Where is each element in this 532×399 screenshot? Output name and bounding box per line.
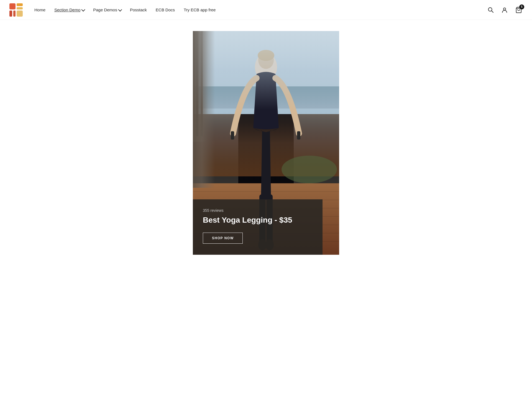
search-button[interactable] — [487, 6, 495, 14]
nav-home[interactable]: Home — [34, 7, 45, 12]
chevron-down-icon — [81, 7, 85, 11]
main-content: 355 reviews Best Yoga Legging - $35 SHOP… — [0, 20, 532, 271]
svg-point-25 — [258, 51, 274, 69]
svg-rect-4 — [13, 11, 16, 17]
svg-point-8 — [503, 8, 506, 10]
nav-try-ecb[interactable]: Try ECB app free — [184, 7, 216, 12]
shop-now-button[interactable]: SHOP NOW — [203, 233, 243, 244]
nav-page-demos[interactable]: Page Demos — [93, 7, 121, 12]
account-button[interactable] — [500, 6, 509, 14]
svg-point-26 — [258, 50, 274, 61]
logo-icon — [9, 3, 23, 17]
nav-actions: 5 — [487, 6, 523, 14]
svg-rect-3 — [9, 11, 12, 17]
nav-posstack[interactable]: Posstack — [130, 7, 147, 12]
structure-decoration — [193, 31, 215, 188]
user-icon — [502, 7, 508, 13]
main-nav: Home Section Demo Page Demos Posstack EC… — [0, 0, 532, 20]
svg-rect-1 — [17, 3, 23, 6]
svg-rect-27 — [231, 131, 234, 140]
svg-rect-0 — [9, 3, 16, 9]
svg-rect-5 — [17, 11, 23, 17]
svg-rect-28 — [297, 131, 300, 140]
search-icon — [488, 7, 494, 13]
hero-overlay-card: 355 reviews Best Yoga Legging - $35 SHOP… — [193, 199, 323, 255]
nav-section-demo[interactable]: Section Demo — [54, 7, 84, 12]
chevron-down-icon — [118, 7, 122, 11]
nav-links: Home Section Demo Page Demos Posstack EC… — [34, 7, 487, 12]
product-title: Best Yoga Legging - $35 — [203, 215, 313, 225]
svg-rect-2 — [17, 7, 23, 9]
cart-count: 5 — [519, 4, 524, 9]
reviews-text: 355 reviews — [203, 208, 313, 213]
svg-line-7 — [492, 11, 493, 12]
svg-point-24 — [255, 53, 277, 81]
hero-container: 355 reviews Best Yoga Legging - $35 SHOP… — [193, 31, 339, 255]
logo[interactable] — [9, 3, 23, 17]
svg-point-23 — [282, 156, 337, 183]
cart-button[interactable]: 5 — [514, 6, 523, 14]
nav-ecb-docs[interactable]: ECB Docs — [156, 7, 175, 12]
